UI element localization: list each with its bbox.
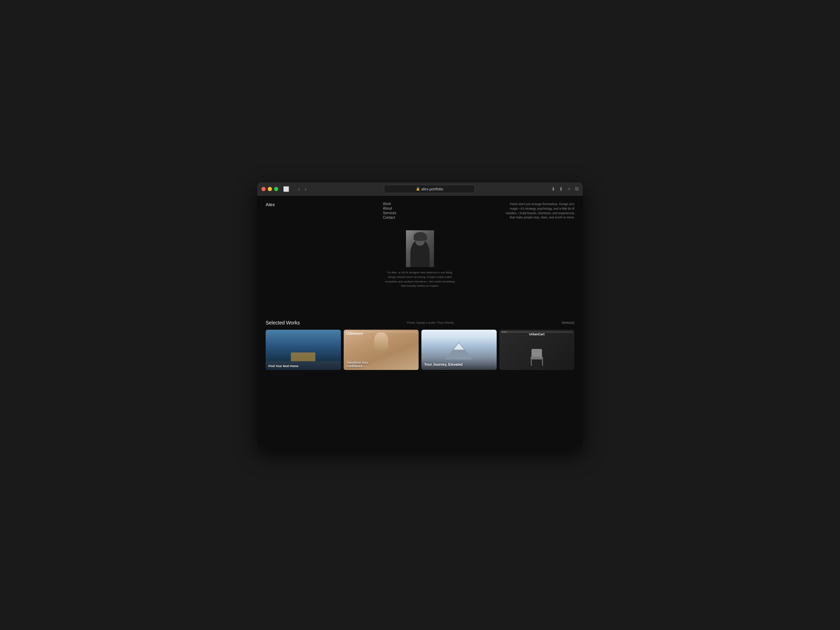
new-tab-icon[interactable]: ＋ — [567, 186, 572, 192]
card-2-label: Transform YourConfidence — [346, 361, 369, 368]
url-text: alex.portfolio — [422, 187, 443, 191]
sidebar-toggle-button[interactable]: ⬜ — [281, 185, 291, 193]
portfolio-card-real-estate[interactable]: Find Your Next Home — [266, 330, 341, 370]
minimize-button[interactable] — [268, 187, 272, 191]
download-icon[interactable]: ⬇ — [551, 186, 556, 192]
nav-link-contact[interactable]: Contact — [383, 216, 396, 219]
tabs-icon[interactable]: ⧉ — [575, 186, 579, 192]
nav-logo: Alex — [266, 202, 275, 207]
works-count[interactable]: Works(4) — [562, 321, 574, 324]
lock-icon: 🔒 — [416, 187, 420, 191]
nav-dot — [502, 332, 503, 333]
portfolio-card-commerce[interactable]: UrbanCart — [499, 330, 575, 370]
back-button[interactable]: ‹ — [297, 185, 302, 193]
card-3-label: Your Journey, Elevated — [424, 363, 463, 366]
close-button[interactable] — [261, 187, 266, 191]
chair-leg-right — [542, 359, 543, 366]
chair-leg-left — [531, 359, 532, 366]
card-2-brand: Luminence — [346, 332, 363, 335]
nav-link-work[interactable]: Work — [383, 202, 396, 206]
page-content: Alex Work About Services Contact Pixels … — [257, 196, 583, 448]
nav-dot — [505, 332, 507, 333]
browser-controls: ‹ › — [297, 185, 308, 193]
navigation: Alex Work About Services Contact Pixels … — [257, 196, 583, 220]
address-bar[interactable]: 🔒 alex.portfolio — [384, 185, 475, 193]
chair-seat — [531, 357, 543, 360]
works-title: Selected Works — [266, 320, 300, 325]
forward-button[interactable]: › — [303, 185, 308, 193]
toolbar-right: ⬇ ⬆ ＋ ⧉ — [551, 186, 579, 192]
chair-shape — [529, 349, 545, 366]
portfolio-grid: Find Your Next Home Luminence Transform … — [266, 330, 574, 370]
nav-link-about[interactable]: About — [383, 207, 396, 210]
works-tagline: Pixels Speak Louder Than Words. — [407, 321, 455, 324]
card-4-brand: UrbanCart — [529, 333, 545, 336]
works-header: Selected Works Pixels Speak Louder Than … — [266, 320, 574, 325]
maximize-button[interactable] — [274, 187, 278, 191]
nav-links: Work About Services Contact — [383, 202, 396, 219]
portfolio-card-beauty[interactable]: Luminence Transform YourConfidence — [344, 330, 419, 370]
card-1-label: Find Your Next Home — [268, 364, 298, 368]
hero-section: I'm Alex, a UI/UX designer who believes … — [257, 220, 583, 288]
portrait-hair — [414, 232, 427, 241]
hero-bio: I'm Alex, a UI/UX designer who believes … — [383, 270, 457, 288]
address-bar-container: 🔒 alex.portfolio — [311, 185, 548, 193]
mountain-snow — [453, 343, 464, 350]
portfolio-card-travel[interactable]: Your Journey, Elevated — [422, 330, 497, 370]
nav-description: Pixels don't just arrange themselves. De… — [504, 202, 574, 220]
traffic-lights — [261, 187, 278, 191]
browser-toolbar: ⬜ ‹ › 🔒 alex.portfolio ⬇ ⬆ ＋ ⧉ — [257, 182, 583, 196]
portrait-image — [406, 230, 434, 267]
browser-window: ⬜ ‹ › 🔒 alex.portfolio ⬇ ⬆ ＋ ⧉ Alex Work… — [257, 182, 583, 448]
works-section: Selected Works Pixels Speak Louder Than … — [257, 320, 583, 370]
nav-link-services[interactable]: Services — [383, 211, 396, 215]
share-icon[interactable]: ⬆ — [559, 186, 563, 192]
nav-dot — [504, 332, 505, 333]
